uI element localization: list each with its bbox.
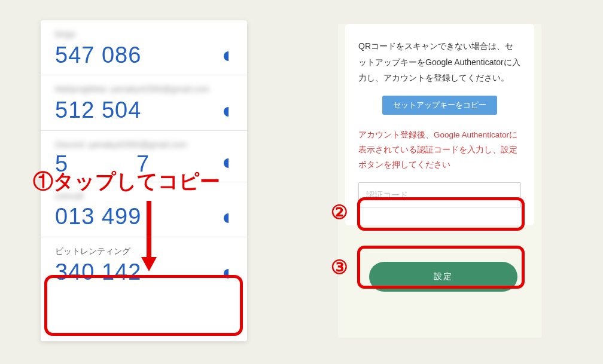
setup-warning: アカウント登録後、Google Authenticatorに表示されている認証コ… (358, 128, 521, 173)
authenticator-account[interactable]: MahjongMeta: yamaky42550@gmail.com 512 5… (41, 75, 247, 130)
annotation-step2-marker: ② (331, 201, 348, 224)
account-label: bingo (55, 29, 233, 41)
timer-icon (223, 158, 234, 169)
copy-setup-key-button[interactable]: セットアップキーをコピー (382, 96, 497, 115)
timer-icon (223, 106, 234, 117)
authenticator-account[interactable]: bingo 547 086 (41, 20, 247, 75)
account-label: Discord: yamaky42550@gmail.com (55, 139, 233, 151)
account-code: 512 504 (55, 98, 233, 123)
timer-icon (223, 268, 234, 279)
setup-screen: QRコードをスキャンできない場合は、セットアップキーをGoogle Authen… (338, 24, 541, 338)
account-code: 547 086 (55, 43, 233, 68)
account-code: 013 499 (55, 204, 233, 230)
timer-icon (223, 213, 234, 224)
verification-code-input[interactable] (358, 182, 521, 207)
authenticator-account-highlighted[interactable]: ビットレンティング 340 142 (41, 237, 247, 292)
account-code: 340 142 (55, 260, 233, 285)
account-label: MahjongMeta: yamaky42550@gmail.com (55, 84, 233, 96)
annotation-step3-marker: ③ (331, 256, 348, 279)
timer-icon (223, 51, 234, 62)
setup-instruction: QRコードをスキャンできない場合は、セットアップキーをGoogle Authen… (358, 38, 521, 86)
setup-card: QRコードをスキャンできない場合は、セットアップキーをGoogle Authen… (345, 24, 534, 225)
account-label: ビットレンティング (55, 246, 233, 258)
submit-button[interactable]: 設定 (369, 262, 517, 292)
annotation-step1-label: ①タップしてコピー (33, 171, 220, 191)
